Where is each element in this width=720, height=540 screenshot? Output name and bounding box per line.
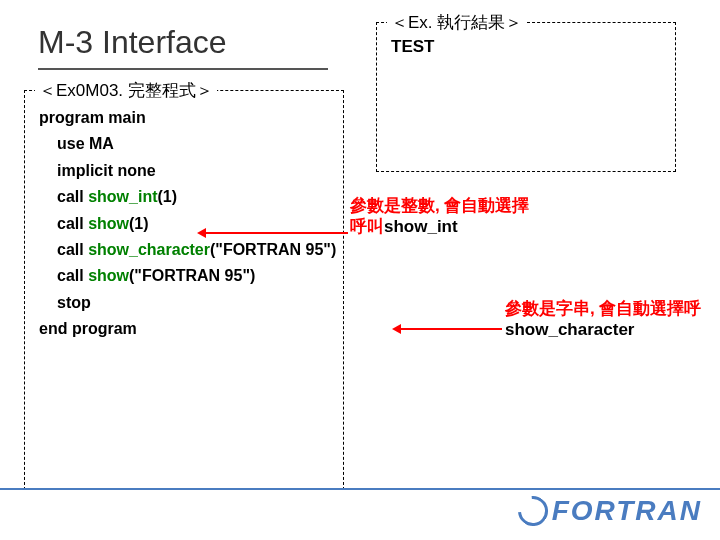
result-label: ＜Ex. 執行結果＞ [387,11,526,34]
code-line: use MA [39,131,333,157]
page-title: M-3 Interface [38,24,227,61]
title-underline [38,68,328,70]
annotation-int: 參數是整數, 會自動選擇呼叫show_int [350,195,540,238]
footer-divider [0,488,720,490]
arrow-icon [400,328,502,330]
code-box: ＜Ex0M03. 完整程式＞ program main use MA impli… [24,90,344,490]
fortran-logo: FORTRAN [518,495,702,530]
result-box: ＜Ex. 執行結果＞ TEST [376,22,676,172]
code-line: call show_int(1) [39,184,333,210]
code-content: program main use MA implicit none call s… [25,91,343,343]
code-label: ＜Ex0M03. 完整程式＞ [35,79,217,102]
annotation-char: 參數是字串, 會自動選擇呼show_character [505,298,710,341]
arrow-icon [205,232,348,234]
code-line: implicit none [39,158,333,184]
code-line: program main [39,105,333,131]
code-line: end program [39,316,333,342]
code-line: call show_character("FORTRAN 95") [39,237,333,263]
code-line: stop [39,290,333,316]
code-line: call show("FORTRAN 95") [39,263,333,289]
logo-swirl-icon [511,490,553,532]
